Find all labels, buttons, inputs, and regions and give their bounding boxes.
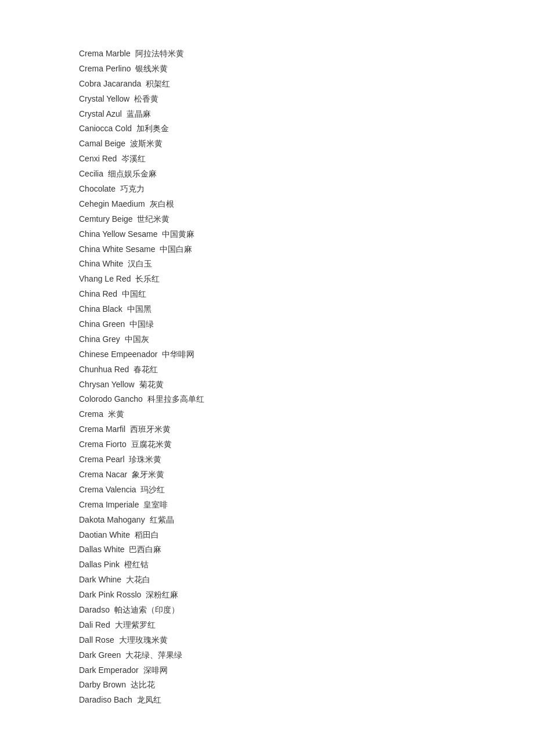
list-item: China White Sesame 中国白麻	[79, 242, 455, 257]
item-chinese-name: 大花绿、萍果绿	[123, 650, 182, 660]
item-chinese-name: 米黄	[106, 409, 124, 419]
item-chinese-name: 巴西白麻	[127, 545, 162, 554]
list-item: Dark Green 大花绿、萍果绿	[79, 648, 455, 663]
item-chinese-name: 珍珠米黄	[127, 455, 162, 464]
item-english-name: Crema Nacar	[79, 470, 127, 479]
list-item: China Yellow Sesame 中国黄麻	[79, 227, 455, 242]
item-english-name: Crema Imperiale	[79, 500, 139, 509]
list-item: China Green 中国绿	[79, 317, 455, 332]
list-item: Cenxi Red 岑溪红	[79, 152, 455, 167]
item-english-name: Crema Marfil	[79, 424, 125, 434]
item-chinese-name: 象牙米黄	[129, 470, 164, 479]
list-item: China Black 中国黑	[79, 302, 455, 317]
list-item: Daradso 帕达迪索（印度）	[79, 603, 455, 618]
item-english-name: Chunhua Red	[79, 365, 129, 374]
item-english-name: Crema Perlino	[79, 64, 131, 73]
item-chinese-name: 长乐红	[134, 274, 160, 283]
item-chinese-name: 玛沙红	[139, 485, 165, 494]
item-chinese-name: 科里拉多高单红	[145, 394, 204, 404]
item-chinese-name: 春花红	[131, 365, 158, 374]
list-item: Vhang Le Red 长乐红	[79, 272, 455, 287]
item-english-name: Crema	[79, 409, 103, 419]
item-chinese-name: 龙凤红	[135, 695, 161, 704]
item-english-name: Crema Pearl	[79, 455, 125, 464]
item-chinese-name: 大理玫瑰米黄	[117, 635, 168, 645]
item-chinese-name: 加利奥金	[134, 124, 169, 133]
list-item: Colorodo Gancho 科里拉多高单红	[79, 392, 455, 407]
item-english-name: China Green	[79, 319, 125, 329]
item-chinese-name: 巧克力	[118, 184, 145, 193]
item-chinese-name: 红紫晶	[147, 515, 174, 524]
item-english-name: Cenxi Red	[79, 154, 117, 163]
item-chinese-name: 豆腐花米黄	[129, 440, 172, 449]
list-item: Dark Whine 大花白	[79, 573, 455, 588]
item-english-name: China Black	[79, 304, 122, 314]
item-english-name: Chocolate	[79, 184, 116, 193]
item-chinese-name: 岑溪红	[119, 154, 146, 163]
item-english-name: Daradiso Bach	[79, 695, 132, 704]
item-english-name: Cecilia	[79, 169, 103, 178]
item-english-name: Cobra Jacaranda	[79, 79, 141, 88]
item-chinese-name: 稻田白	[132, 530, 159, 539]
list-item: Crema Perlino 银线米黄	[79, 62, 455, 77]
item-english-name: Crystal Azul	[79, 109, 122, 118]
list-item: Crema Imperiale 皇室啡	[79, 498, 455, 513]
item-english-name: Crema Marble	[79, 49, 131, 58]
item-chinese-name: 大理紫罗红	[113, 620, 156, 629]
item-english-name: Chinese Empeenador	[79, 350, 157, 359]
item-english-name: Daotian White	[79, 530, 130, 539]
list-item: Cobra Jacaranda 积架红	[79, 77, 455, 92]
list-item: Chrysan Yellow 菊花黄	[79, 377, 455, 393]
item-chinese-name: 波斯米黄	[128, 139, 163, 148]
list-item: Dark Pink Rosslo 深粉红麻	[79, 588, 455, 603]
item-english-name: Dallas White	[79, 545, 125, 554]
item-chinese-name: 汉白玉	[125, 259, 152, 268]
item-english-name: Caniocca Cold	[79, 124, 132, 133]
list-item: Chocolate 巧克力	[79, 182, 455, 197]
list-item: Crema 米黄	[79, 407, 455, 422]
item-chinese-name: 蓝晶麻	[124, 109, 151, 118]
item-english-name: China Red	[79, 289, 117, 298]
item-english-name: Dark Green	[79, 650, 121, 660]
item-english-name: Cemtury Beige	[79, 214, 133, 224]
item-english-name: China White	[79, 259, 123, 268]
list-item: Chinese Empeenador 中华啡网	[79, 347, 455, 362]
item-chinese-name: 世纪米黄	[135, 214, 170, 224]
item-chinese-name: 灰白根	[147, 199, 174, 208]
item-chinese-name: 达比花	[128, 680, 155, 689]
list-item: Crema Nacar 象牙米黄	[79, 467, 455, 483]
item-chinese-name: 中国白麻	[158, 244, 193, 254]
item-english-name: Crema Valencia	[79, 485, 136, 494]
item-chinese-name: 大花白	[124, 575, 150, 584]
item-english-name: Chrysan Yellow	[79, 380, 135, 389]
list-item: Darby Brown 达比花	[79, 678, 455, 693]
item-english-name: Dakota Mahogany	[79, 515, 145, 524]
list-item: Dallas Pink 橙红钴	[79, 557, 455, 573]
list-item: Crema Marble 阿拉法特米黄	[79, 46, 455, 62]
item-chinese-name: 中国黄麻	[160, 229, 194, 239]
item-english-name: Dark Emperador	[79, 665, 139, 675]
list-item: China White 汉白玉	[79, 257, 455, 272]
item-english-name: Dallas Pink	[79, 560, 120, 569]
item-chinese-name: 银线米黄	[133, 64, 168, 73]
item-chinese-name: 中国绿	[127, 319, 154, 329]
list-item: Daradiso Bach 龙凤红	[79, 693, 455, 708]
list-item: Cehegin Maedium 灰白根	[79, 197, 455, 212]
stone-list: Crema Marble 阿拉法特米黄Crema Perlino 银线米黄Cob…	[0, 0, 534, 754]
item-chinese-name: 深粉红麻	[143, 590, 178, 599]
item-english-name: Vhang Le Red	[79, 274, 131, 283]
item-english-name: China White Sesame	[79, 244, 156, 254]
item-chinese-name: 中华啡网	[160, 350, 194, 359]
item-english-name: China Grey	[79, 334, 120, 344]
item-english-name: Colorodo Gancho	[79, 394, 143, 404]
item-chinese-name: 中国灰	[122, 334, 149, 344]
list-item: Dallas White 巴西白麻	[79, 542, 455, 557]
item-chinese-name: 中国红	[120, 289, 146, 298]
item-chinese-name: 中国黑	[125, 304, 151, 314]
item-english-name: Dali Red	[79, 620, 110, 629]
item-english-name: Camal Beige	[79, 139, 125, 148]
list-item: Chunhua Red 春花红	[79, 362, 455, 377]
item-chinese-name: 帕达迪索（印度）	[112, 605, 179, 614]
item-english-name: Dark Whine	[79, 575, 121, 584]
item-chinese-name: 阿拉法特米黄	[133, 49, 184, 58]
